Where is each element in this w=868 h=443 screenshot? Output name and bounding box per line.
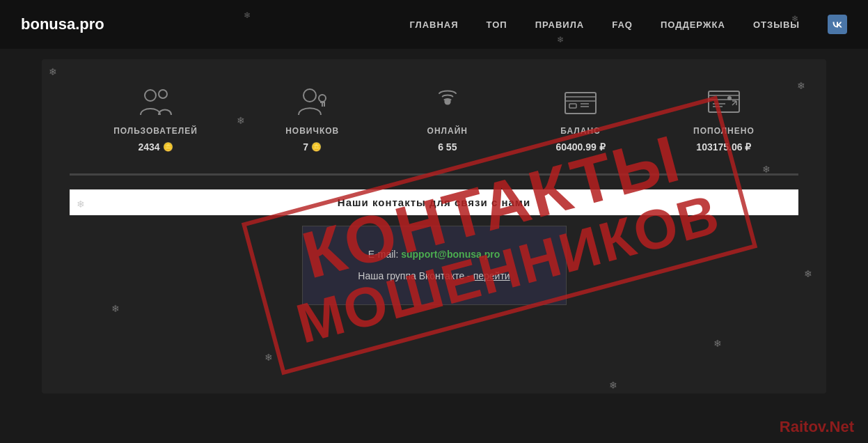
svg-rect-11 xyxy=(709,95,739,100)
replenished-label: ПОПОЛНЕНО xyxy=(693,126,755,136)
snowflake-3: ❄ xyxy=(791,14,798,24)
vk-button[interactable] xyxy=(828,15,847,34)
replenished-value: 103175.06 ₽ xyxy=(696,141,751,153)
newbies-value: 7 🪙 xyxy=(303,141,322,153)
snowflake-1: ❄ xyxy=(244,10,251,20)
snowflake-j: ❄ xyxy=(609,380,617,391)
nav-item-home[interactable]: ГЛАВНАЯ xyxy=(409,20,458,30)
svg-rect-7 xyxy=(569,104,576,108)
users-icon xyxy=(139,87,173,121)
svg-rect-5 xyxy=(565,93,596,114)
email-value[interactable]: support@bonusa.pro xyxy=(401,249,500,260)
vk-line: Наша группа Вконтакте - перейти xyxy=(324,265,545,287)
stat-replenished: ПОПОЛНЕНО 103175.06 ₽ xyxy=(693,87,755,153)
snowflake-a: ❄ xyxy=(49,66,57,77)
snowflake-h: ❄ xyxy=(804,268,812,279)
snowflake-e: ❄ xyxy=(265,352,273,363)
stat-balance: БАЛАНС 60400.99 ₽ xyxy=(555,87,605,153)
vk-text: Наша группа Вконтакте - xyxy=(358,270,470,281)
nav-item-support[interactable]: ПОДДЕРЖКА xyxy=(661,20,725,30)
replenished-icon xyxy=(706,87,742,121)
email-line: E-mail: support@bonusa.pro xyxy=(324,244,545,265)
balance-icon xyxy=(562,87,599,121)
coin-icon-1: 🪙 xyxy=(311,142,322,152)
coin-icon-0: 🪙 xyxy=(163,142,173,152)
stats-row: ПОЛЬЗОВАТЕЛЕЙ 2434 🪙 НОВИЧКОВ 7 🪙 xyxy=(70,80,798,176)
snowflake-i: ❄ xyxy=(713,338,722,349)
email-label: E-mail: xyxy=(368,249,399,260)
balance-label: БАЛАНС xyxy=(560,126,600,136)
nav-item-top[interactable]: ТОП xyxy=(487,20,507,30)
online-value: 6 55 xyxy=(438,141,457,153)
nav: ГЛАВНАЯ ТОП ПРАВИЛА FAQ ПОДДЕРЖКА ОТЗЫВЫ xyxy=(409,15,847,34)
stat-newbies: НОВИЧКОВ 7 🪙 xyxy=(285,87,339,153)
stat-online: ОНЛАЙН 6 55 xyxy=(427,87,468,153)
contact-banner: Наши контакты для связи с нами xyxy=(70,189,798,215)
snowflake-2: ❄ xyxy=(557,35,564,45)
svg-point-1 xyxy=(159,90,167,98)
contact-section: Наши контакты для связи с нами E-mail: s… xyxy=(70,189,798,305)
svg-point-12 xyxy=(727,96,732,100)
online-icon xyxy=(431,87,464,121)
svg-rect-10 xyxy=(709,91,739,112)
newbies-label: НОВИЧКОВ xyxy=(285,126,339,136)
online-label: ОНЛАЙН xyxy=(427,126,468,136)
users-value: 2434 🪙 xyxy=(138,141,173,153)
svg-point-3 xyxy=(319,95,326,102)
vk-link[interactable]: перейти xyxy=(473,270,510,281)
newbie-icon xyxy=(296,87,329,121)
balance-value: 60400.99 ₽ xyxy=(555,141,605,153)
main-content: ❄ ❄ ❄ ❄ ❄ ❄ ❄ ❄ ❄ ❄ ПОЛЬЗОВАТЕЛЕЙ 2434 🪙 xyxy=(42,59,826,394)
contact-box: E-mail: support@bonusa.pro Наша группа В… xyxy=(302,226,567,305)
logo: bonusa.pro xyxy=(21,15,104,33)
stat-users: ПОЛЬЗОВАТЕЛЕЙ 2434 🪙 xyxy=(113,87,198,153)
svg-point-2 xyxy=(303,89,316,102)
nav-item-faq[interactable]: FAQ xyxy=(612,20,633,30)
svg-rect-6 xyxy=(565,97,596,101)
bottom-watermark: Raitov.Net xyxy=(780,418,854,436)
users-label: ПОЛЬЗОВАТЕЛЕЙ xyxy=(113,126,198,136)
header: ❄ ❄ ❄ bonusa.pro ГЛАВНАЯ ТОП ПРАВИЛА FAQ… xyxy=(0,0,868,49)
svg-point-0 xyxy=(145,90,156,101)
nav-item-rules[interactable]: ПРАВИЛА xyxy=(535,20,585,30)
